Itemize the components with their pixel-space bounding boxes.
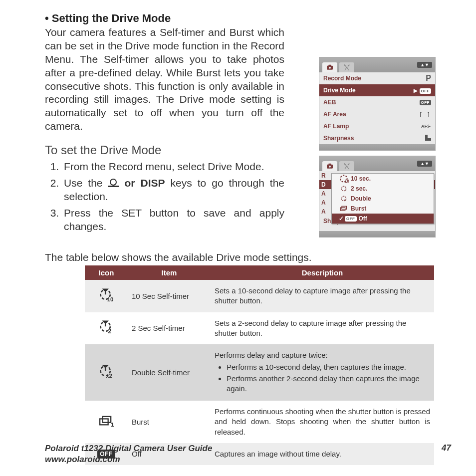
tab-camera-icon: [322, 62, 337, 72]
svg-rect-24: [100, 419, 108, 425]
th-item: Item: [128, 265, 211, 280]
popup-option-10sec: 10 10 sec.: [332, 174, 434, 184]
svg-rect-25: [103, 417, 111, 423]
off-badge: OFF: [345, 216, 357, 222]
menu-label: Record Mode: [323, 75, 361, 82]
cell-item: 2 Sec Self-timer: [128, 312, 211, 345]
sharpness-icon: [425, 135, 431, 142]
burst-icon: 1: [99, 416, 114, 427]
step-2-text-a: Use the: [64, 177, 108, 189]
cell-desc: Performs delay and capture twice: Perfor…: [211, 344, 434, 401]
svg-text:x2: x2: [343, 199, 346, 202]
footer-title: Polaroid t1232 Digital Camera User Guide: [45, 443, 212, 454]
menu-row-af-lamp: AF Lamp AF⊱: [319, 120, 435, 132]
cell-item: 10 Sec Self-timer: [128, 280, 211, 312]
cell-icon: 1: [85, 401, 128, 443]
svg-text:2: 2: [345, 188, 347, 192]
svg-point-7: [329, 166, 331, 168]
menu-label: AF Area: [323, 111, 346, 118]
popup-option-burst: Burst: [332, 204, 434, 214]
camera-menu-drive-popup: ▲▼ R D A A A Sharpness 10: [319, 156, 436, 238]
table-row: 10 10 Sec Self-timer Sets a 10-second de…: [85, 280, 434, 312]
footer-url: www.polaroid.com: [45, 454, 212, 465]
scroll-indicator-icon: ▲▼: [417, 161, 432, 167]
cell-desc: Sets a 10-second delay to capture image …: [211, 280, 434, 312]
section-heading: • Setting the Drive Mode: [45, 12, 284, 25]
popup-option-off: ✓ OFF Off: [332, 214, 434, 224]
step-2: Use the or DISP keys to go through the s…: [62, 177, 284, 204]
step-1: From the Record menu, select Drive Mode.: [62, 160, 284, 174]
table-row: x2 Double Self-timer Performs delay and …: [85, 344, 434, 401]
p-icon: P: [426, 74, 431, 83]
svg-rect-6: [328, 164, 331, 165]
intro-paragraph: Your camera features a Self-timer and Bu…: [45, 26, 284, 133]
menu-label: Drive Mode: [323, 87, 356, 94]
menu-row-aeb: AEB OFF: [319, 96, 435, 108]
popup-label: Double: [351, 195, 371, 202]
macro-key-icon: [108, 180, 119, 187]
popup-label: Burst: [351, 205, 366, 212]
menu-label: AF Lamp: [323, 123, 349, 130]
popup-option-double: x2 Double: [332, 194, 434, 204]
drive-mode-popup: 10 10 sec. 2 2 sec. x2 Double: [331, 173, 434, 224]
th-desc: Description: [211, 265, 434, 280]
th-icon: Icon: [85, 265, 128, 280]
focus-brackets-icon: [ ]: [419, 112, 431, 117]
menu-label: Sharpness: [323, 135, 354, 142]
timer-2-icon: 2: [99, 320, 113, 334]
timer-10-icon: 10: [339, 172, 349, 186]
svg-text:10: 10: [345, 179, 349, 184]
menu-tabs: ▲▼: [319, 156, 435, 171]
drive-mode-table: Icon Item Description 10 10 Sec Self-tim…: [85, 265, 434, 465]
menu-row-drive-mode: Drive Mode ▶OFF: [319, 84, 435, 96]
step-3: Press the SET button to save and apply c…: [62, 207, 284, 234]
svg-rect-1: [328, 65, 331, 66]
desc-bullet: Performs another 2-second delay then cap…: [227, 374, 430, 394]
cell-desc: Performs continuous shooting when the sh…: [211, 401, 434, 443]
chevron-right-icon: ▶: [414, 88, 418, 93]
menu-label: AEB: [323, 99, 336, 106]
table-row: 1 Burst Performs continuous shooting whe…: [85, 401, 434, 443]
steps-list: From the Record menu, select Drive Mode.…: [48, 160, 284, 233]
svg-text:x2: x2: [106, 373, 112, 379]
off-badge: OFF: [420, 100, 432, 105]
menu-row-sharpness: Sharpness: [319, 132, 435, 144]
menu-row-record-mode: Record Mode P: [319, 72, 435, 84]
cell-item: Double Self-timer: [128, 344, 211, 401]
table-intro: The table below shows the available Driv…: [45, 251, 451, 263]
check-icon: ✓: [339, 215, 345, 222]
timer-2-icon: 2: [339, 185, 349, 192]
timer-double-icon: x2: [339, 195, 349, 202]
cell-icon: 2: [85, 312, 128, 345]
camera-menu-record: ▲▼ Record Mode P Drive Mode ▶OFF AEB OFF: [319, 57, 436, 151]
step-2-keys: or DISP: [119, 177, 165, 189]
cell-icon: 10: [85, 280, 128, 312]
af-lamp-icon: AF⊱: [421, 124, 431, 129]
menu-row-af-area: AF Area [ ]: [319, 108, 435, 120]
timer-double-icon: x2: [99, 365, 113, 379]
svg-text:10: 10: [107, 296, 113, 302]
timer-10-icon: 10: [99, 288, 113, 302]
svg-rect-4: [425, 135, 428, 141]
desc-bullet: Performs a 10-second delay, then capture…: [227, 362, 430, 372]
popup-label: 10 sec.: [351, 175, 371, 182]
tab-tools-icon: [339, 161, 354, 171]
tab-camera-icon: [322, 161, 337, 171]
svg-text:1: 1: [111, 422, 114, 427]
svg-point-2: [329, 67, 331, 69]
popup-option-2sec: 2 2 sec.: [332, 184, 434, 194]
table-header-row: Icon Item Description: [85, 265, 434, 280]
desc-head: Performs delay and capture twice:: [215, 351, 328, 359]
off-badge: OFF: [420, 88, 432, 94]
menu-tabs: ▲▼: [319, 57, 435, 72]
cell-item: Burst: [128, 401, 211, 443]
cell-desc: Sets a 2-second delay to capture image a…: [211, 312, 434, 345]
tab-tools-icon: [339, 62, 354, 72]
table-row: 2 2 Sec Self-timer Sets a 2-second delay…: [85, 312, 434, 345]
svg-text:2: 2: [108, 328, 112, 335]
scroll-indicator-icon: ▲▼: [417, 62, 432, 68]
page-footer: Polaroid t1232 Digital Camera User Guide…: [45, 443, 451, 465]
burst-icon: [339, 206, 349, 212]
steps-subheading: To set the Drive Mode: [45, 143, 284, 157]
page-number: 47: [442, 443, 451, 465]
